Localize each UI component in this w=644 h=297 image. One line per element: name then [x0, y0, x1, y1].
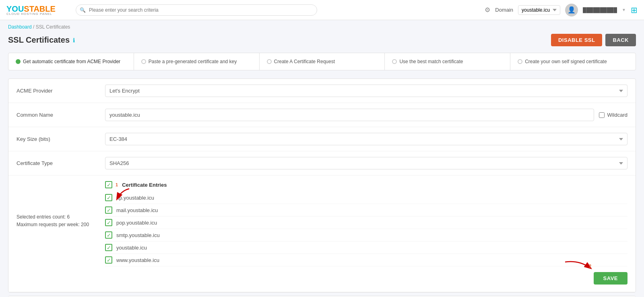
- tab-paste-radio: [141, 59, 146, 64]
- acme-provider-label: ACME Provider: [17, 88, 105, 94]
- cert-entry-www-label: www.youstable.icu: [116, 257, 159, 263]
- user-dropdown-icon[interactable]: ▼: [622, 8, 626, 12]
- logo: YOUSTABLE CLOUD HOSTING PANEL: [6, 4, 71, 16]
- tab-acme[interactable]: Get automatic certificate from ACME Prov…: [8, 53, 134, 70]
- cert-type-control: SHA256: [105, 157, 627, 169]
- selected-info-area: Selected entries count: 6 Maximum reques…: [17, 213, 105, 229]
- cert-entry-root-checkbox[interactable]: ✓: [105, 244, 112, 251]
- search-icon: 🔍: [80, 7, 86, 13]
- header: YOUSTABLE CLOUD HOSTING PANEL 🔍 ⚙ Domain…: [0, 0, 644, 20]
- common-name-row: Common Name Wildcard: [8, 103, 636, 127]
- max-requests: Maximum requests per week: 200: [17, 221, 105, 229]
- tab-best-match[interactable]: Use the best match certificate: [385, 53, 510, 70]
- common-name-input-wrap: [105, 109, 594, 121]
- user-name: ██████████: [583, 7, 617, 13]
- selected-entries-count: Selected entries count: 6: [17, 213, 105, 221]
- back-button[interactable]: BACK: [605, 34, 636, 46]
- cert-entry-smtp-checkbox[interactable]: ✓: [105, 231, 112, 239]
- tab-self-signed[interactable]: Create your own self signed certificate: [510, 53, 636, 70]
- tab-best-match-label: Use the best match certificate: [399, 59, 463, 64]
- page-content: SSL Certificates ℹ DISABLE SSL BACK Get …: [0, 34, 644, 297]
- apps-icon[interactable]: ⊞: [631, 5, 638, 15]
- cert-entry-mail-checkbox[interactable]: ✓: [105, 206, 112, 214]
- cert-entries-content: ✓ 1 Certificate Entries: [105, 181, 627, 286]
- key-size-select[interactable]: EC-384: [105, 133, 627, 145]
- disable-ssl-button[interactable]: DISABLE SSL: [551, 34, 602, 46]
- cert-entries-row: Selected entries count: 6 Maximum reques…: [8, 175, 636, 292]
- cert-type-label: Certificate Type: [17, 160, 105, 166]
- gear-icon[interactable]: ⚙: [485, 6, 490, 14]
- cert-type-select[interactable]: SHA256: [105, 157, 627, 169]
- annotation-2-badge: 2: [589, 264, 591, 268]
- breadcrumb-separator: /: [33, 24, 34, 30]
- cert-entry-pop-checkbox[interactable]: ✓: [105, 219, 112, 226]
- cert-entry-pop: ✓ pop.youstable.icu: [105, 217, 627, 229]
- acme-provider-select[interactable]: Let's Encrypt: [105, 85, 627, 97]
- save-area: 2 SAVE: [105, 266, 627, 286]
- domain-select[interactable]: youstable.icu: [518, 5, 560, 15]
- tab-request-radio: [267, 59, 272, 64]
- logo-subtitle: CLOUD HOSTING PANEL: [6, 12, 56, 16]
- common-name-label: Common Name: [17, 112, 105, 118]
- cert-header-annotation: ✓ 1: [105, 181, 118, 188]
- form-card: ACME Provider Let's Encrypt Common Name …: [8, 78, 636, 293]
- avatar: 👤: [565, 4, 578, 16]
- cert-entry-smtp: ✓ smtp.youstable.icu: [105, 229, 627, 241]
- cert-entry-mail: ✓ mail.youstable.icu: [105, 204, 627, 217]
- cert-entry-root-label: youstable.icu: [116, 245, 147, 251]
- tab-paste[interactable]: Paste a pre-generated certificate and ke…: [134, 53, 260, 70]
- annotation-1-arrow: [113, 187, 137, 203]
- tab-acme-radio: [16, 59, 21, 64]
- cert-entry-ftp-checkbox[interactable]: ✓: [105, 194, 112, 201]
- info-icon[interactable]: ℹ: [73, 37, 75, 43]
- cert-header-row: ✓ 1 Certificate Entries: [105, 181, 627, 188]
- select-all-checkbox[interactable]: ✓: [105, 181, 112, 188]
- domain-label: Domain: [495, 7, 513, 13]
- cert-entry-root: ✓ youstable.icu: [105, 241, 627, 254]
- page-title: SSL Certificates: [8, 35, 70, 45]
- key-size-control: EC-384: [105, 133, 627, 145]
- tab-request-label: Create A Certificate Request: [274, 59, 335, 64]
- acme-provider-control: Let's Encrypt: [105, 85, 627, 97]
- wildcard-checkbox[interactable]: [599, 112, 605, 118]
- wildcard-wrap: Wildcard: [599, 112, 627, 118]
- header-right: ⚙ Domain youstable.icu 👤 ██████████ ▼ ⊞: [485, 4, 638, 16]
- tab-request[interactable]: Create A Certificate Request: [260, 53, 385, 70]
- breadcrumb-dashboard[interactable]: Dashboard: [8, 24, 32, 30]
- wildcard-label: Wildcard: [607, 112, 627, 118]
- page-title-row: SSL Certificates ℹ DISABLE SSL BACK: [8, 34, 636, 46]
- key-size-label: Key Size (bits): [17, 136, 105, 142]
- tabs-row: Get automatic certificate from ACME Prov…: [8, 53, 636, 70]
- cert-entry-smtp-label: smtp.youstable.icu: [116, 232, 160, 238]
- breadcrumb-current: SSL Certificates: [36, 24, 70, 30]
- save-button[interactable]: SAVE: [594, 272, 627, 285]
- tab-paste-label: Paste a pre-generated certificate and ke…: [149, 59, 237, 64]
- tab-self-signed-label: Create your own self signed certificate: [525, 59, 607, 64]
- tab-best-match-radio: [392, 59, 397, 64]
- title-buttons: DISABLE SSL BACK: [551, 34, 636, 46]
- cert-entry-www-checkbox[interactable]: ✓: [105, 256, 112, 264]
- key-size-row: Key Size (bits) EC-384: [8, 127, 636, 151]
- search-bar[interactable]: 🔍: [76, 4, 317, 16]
- cert-entry-mail-label: mail.youstable.icu: [116, 207, 158, 213]
- search-input[interactable]: [76, 4, 317, 16]
- cert-entry-www: ✓ www.youstable.icu: [105, 254, 627, 266]
- breadcrumb: Dashboard / SSL Certificates: [0, 20, 644, 34]
- cert-entry-pop-label: pop.youstable.icu: [116, 220, 157, 226]
- tab-acme-label: Get automatic certificate from ACME Prov…: [23, 59, 120, 64]
- cert-entry-ftp: ✓ ftp.youstable.icu: [105, 192, 627, 204]
- tab-self-signed-radio: [518, 59, 522, 64]
- cert-type-row: Certificate Type SHA256: [8, 151, 636, 175]
- acme-provider-row: ACME Provider Let's Encrypt: [8, 79, 636, 103]
- cert-entries-label-col: Selected entries count: 6 Maximum reques…: [17, 181, 105, 229]
- common-name-input[interactable]: [105, 109, 594, 121]
